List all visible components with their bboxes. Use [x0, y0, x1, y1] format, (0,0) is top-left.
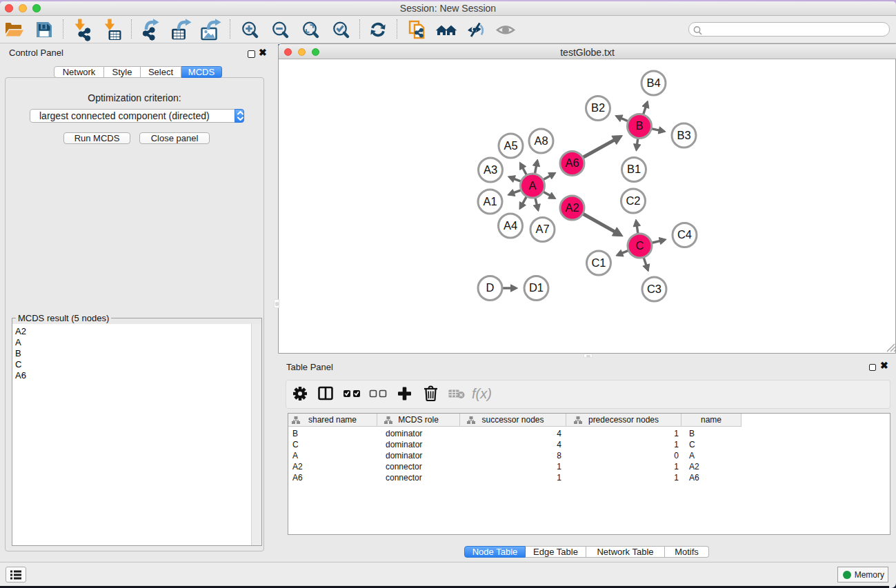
svg-text:C: C: [636, 239, 644, 252]
svg-text:B3: B3: [677, 129, 690, 141]
svg-text:B1: B1: [627, 163, 641, 175]
svg-text:A8: A8: [534, 134, 548, 147]
svg-text:A3: A3: [484, 163, 497, 176]
svg-text:C4: C4: [677, 228, 692, 241]
svg-text:f(x): f(x): [472, 386, 492, 401]
svg-text:B2: B2: [591, 101, 605, 114]
svg-text:A: A: [528, 179, 536, 192]
svg-text:A4: A4: [504, 219, 517, 232]
svg-text:D1: D1: [529, 281, 544, 294]
svg-text:B4: B4: [646, 77, 660, 89]
svg-text:A5: A5: [504, 139, 517, 152]
svg-text:C1: C1: [591, 256, 606, 269]
svg-text:C2: C2: [626, 194, 640, 207]
svg-text:A6: A6: [565, 156, 579, 169]
svg-text:D: D: [486, 281, 495, 294]
svg-text:A7: A7: [535, 223, 549, 235]
svg-text:B: B: [635, 119, 643, 132]
svg-text:C3: C3: [647, 283, 661, 295]
svg-text:A1: A1: [483, 195, 497, 207]
svg-text:A2: A2: [565, 201, 579, 214]
